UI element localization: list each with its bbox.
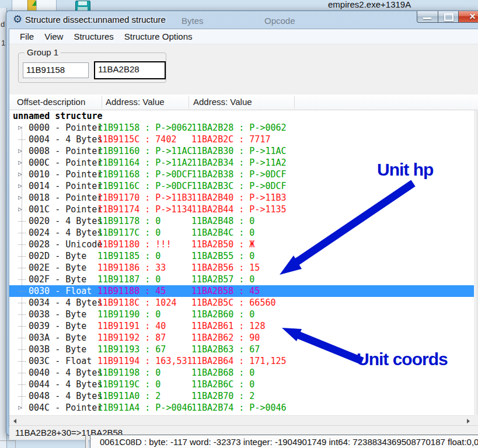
tree-branch-tick xyxy=(18,250,26,262)
tree-branch-tick xyxy=(18,274,26,285)
structure-row-0020[interactable]: 0020 - 4 Bytes11B91178 : 011BA2B48 : 0 xyxy=(9,215,474,227)
structure-root-row[interactable]: unnamed structure xyxy=(9,110,474,122)
structure-row-0004[interactable]: 0004 - 4 Bytes11B9115C : 740211BA2B2C : … xyxy=(9,134,474,145)
address-value-cell-2: 11BA2B6C : 0 xyxy=(191,379,295,390)
address-value-cell-2: 11BA2B44 : P->1135 xyxy=(191,204,295,215)
structure-row-0030[interactable]: 0030 - Float11B91188 : 4511BA2B58 : 45 xyxy=(9,285,474,297)
address-value-cell-2: 11BA2B40 : P->11B3 xyxy=(191,192,295,204)
column-header-offset-description[interactable]: Offset-description xyxy=(17,97,85,107)
structure-row-003A[interactable]: 003A - Byte11B91192 : 8711BA2B62 : 90 xyxy=(9,332,474,344)
address-value-cell-2: 11BA2B57 : 0 xyxy=(191,274,295,285)
structure-row-0000[interactable]: ▷0000 - Pointer11B91158 : P->006211BA2B2… xyxy=(9,122,474,134)
scroll-left-arrow-icon[interactable] xyxy=(11,416,20,425)
address-value-cell-2: 11BA2B55 : 0 xyxy=(191,250,295,262)
unit-coords-annotation: Unit coords xyxy=(357,349,448,369)
address-value-cell-1: 11B91178 : 0 xyxy=(97,215,192,227)
scroll-right-arrow-icon[interactable] xyxy=(463,416,473,425)
structure-row-0018[interactable]: ▷0018 - Pointer11B91170 : P->11B311BA2B4… xyxy=(9,192,474,204)
structure-row-0038[interactable]: 0038 - Byte11B91190 : 011BA2B60 : 0 xyxy=(9,309,474,320)
header-divider[interactable] xyxy=(102,96,102,108)
structure-row-002E[interactable]: 002E - Byte11B91186 : 3311BA2B56 : 15 xyxy=(9,262,474,274)
address-input-2[interactable]: 11BA2B28 xyxy=(94,61,166,79)
address-input-1[interactable]: 11B91158 xyxy=(23,62,89,78)
minimize-icon xyxy=(423,18,431,19)
menu-structure-options[interactable]: Structure Options xyxy=(119,30,198,43)
address-value-cell-1: 11B91198 : 0 xyxy=(97,367,192,379)
column-header-address-value-2[interactable]: Address: Value xyxy=(193,97,252,107)
tree-branch-tick xyxy=(18,390,26,402)
column-header-address-value-1[interactable]: Address: Value xyxy=(106,97,165,107)
structure-row-0044[interactable]: 0044 - 4 Bytes11B9119C : 011BA2B6C : 0 xyxy=(9,379,474,390)
address-value-cell-2: 11BA2B38 : P->0DCF xyxy=(191,169,295,180)
structure-row-0048[interactable]: 0048 - 4 Bytes11B911A0 : 211BA2B70 : 2 xyxy=(9,390,474,402)
address-value-cell-2: 11BA2B3C : P->0DCF xyxy=(191,180,295,192)
structure-row-0024[interactable]: 0024 - 4 Bytes11B9117C : 011BA2B4C : 0 xyxy=(9,227,474,239)
offset-description-cell: 0020 - 4 Bytes xyxy=(29,215,104,227)
address-value-cell-1: 11B91160 : P->11AC xyxy=(97,145,192,157)
address-value-cell-1: 11B91193 : 67 xyxy=(97,344,192,355)
background-letter: 1 xyxy=(1,38,5,47)
background-address-caption: empires2.exe+1319A xyxy=(328,0,411,9)
address-value-cell-2: 11BA2B5C : 66560 xyxy=(191,297,295,309)
offset-description-cell: 0018 - Pointer xyxy=(29,192,104,204)
address-value-cell-1: 11B91194 : 163,531 xyxy=(97,355,192,367)
maximize-icon xyxy=(444,13,453,21)
address-value-cell-1: 11B91185 : 0 xyxy=(97,250,192,262)
tree-branch-tick xyxy=(18,227,26,239)
menu-structures[interactable]: Structures xyxy=(68,30,118,43)
maximize-button[interactable] xyxy=(438,11,458,23)
structure-row-0014[interactable]: ▷0014 - Pointer11B9116C : P->0DCF11BA2B3… xyxy=(9,180,474,192)
structure-row-002D[interactable]: 002D - Byte11B91185 : 011BA2B55 : 0 xyxy=(9,250,474,262)
address-value-cell-1: 11B91188 : 45 xyxy=(97,285,192,297)
expand-arrow-icon[interactable]: ▷ xyxy=(18,122,26,134)
address-value-cell-2: 11BA2B74 : P->0046 xyxy=(191,402,295,414)
address-value-cell-1: 11B91174 : P->1134 xyxy=(97,204,192,215)
horizontal-scrollbar[interactable] xyxy=(9,415,474,426)
structure-row-0039[interactable]: 0039 - Byte11B91191 : 4011BA2B61 : 128 xyxy=(9,320,474,332)
tree-branch-tick xyxy=(18,297,26,309)
header-divider[interactable] xyxy=(189,96,189,108)
expand-arrow-icon[interactable]: ▷ xyxy=(18,169,26,180)
offset-description-cell: 0034 - 4 Bytes xyxy=(29,297,104,309)
tree-branch-tick xyxy=(18,239,26,250)
minimize-button[interactable] xyxy=(417,11,438,23)
close-button[interactable]: ✕ xyxy=(458,11,478,23)
address-value-cell-2: 11BA2B64 : 171,125 xyxy=(191,355,295,367)
tree-branch-tick xyxy=(18,285,26,297)
tree-branch-tick xyxy=(18,379,26,390)
tree-branch-tick xyxy=(18,355,26,367)
structure-row-0008[interactable]: ▷0008 - Pointer11B91160 : P->11AC11BA2B3… xyxy=(9,145,474,157)
offset-description-cell: 0010 - Pointer xyxy=(29,169,104,180)
expand-arrow-icon[interactable]: ▷ xyxy=(18,402,26,414)
background-letter: d xyxy=(1,20,5,29)
cheat-engine-gear-icon: ⚙ xyxy=(13,13,22,25)
address-value-cell-2: 11BA2B63 : 67 xyxy=(191,344,295,355)
structure-row-0028[interactable]: 0028 - Unicode st11B91180 : !!!11BA2B50 … xyxy=(9,239,474,250)
structure-row-004C[interactable]: ▷004C - Pointer11B911A4 : P->004611BA2B7… xyxy=(9,402,474,414)
tree-branch-tick xyxy=(18,344,26,355)
structure-row-0034[interactable]: 0034 - 4 Bytes11B9118C : 102411BA2B5C : … xyxy=(9,297,474,309)
expand-arrow-icon[interactable]: ▷ xyxy=(18,180,26,192)
tree-branch-tick xyxy=(18,320,26,332)
address-value-cell-1: 11B91192 : 87 xyxy=(97,332,192,344)
address-value-cell-1: 11B91180 : !!! xyxy=(97,239,192,250)
offset-description-cell: 0038 - Byte xyxy=(29,309,104,320)
menu-file[interactable]: File xyxy=(15,30,39,43)
offset-description-cell: 0044 - 4 Bytes xyxy=(29,379,104,390)
tree-branch-tick xyxy=(18,215,26,227)
tree-branch-tick xyxy=(18,134,26,145)
structure-row-001C[interactable]: ▷001C - Pointer11B91174 : P->113411BA2B4… xyxy=(9,204,474,215)
expand-arrow-icon[interactable]: ▷ xyxy=(18,192,26,204)
address-value-cell-2: 11BA2B61 : 128 xyxy=(191,320,295,332)
background-value-inspector: 0061C08D : byte: -117 word: -32373 integ… xyxy=(90,435,478,448)
menu-view[interactable]: View xyxy=(39,30,68,43)
expand-arrow-icon[interactable]: ▷ xyxy=(18,157,26,169)
tree-branch-tick xyxy=(18,309,26,320)
expand-arrow-icon[interactable]: ▷ xyxy=(18,204,26,215)
background-panel-frame xyxy=(85,435,88,448)
expand-arrow-icon[interactable]: ▷ xyxy=(18,145,26,157)
structure-row-002F[interactable]: 002F - Byte11B91187 : 011BA2B57 : 0 xyxy=(9,274,474,285)
header-divider[interactable] xyxy=(294,96,295,108)
unit-hp-annotation: Unit hp xyxy=(377,160,433,180)
title-bar[interactable]: ⚙ Structure dissect:unnamed structure By… xyxy=(6,11,478,29)
